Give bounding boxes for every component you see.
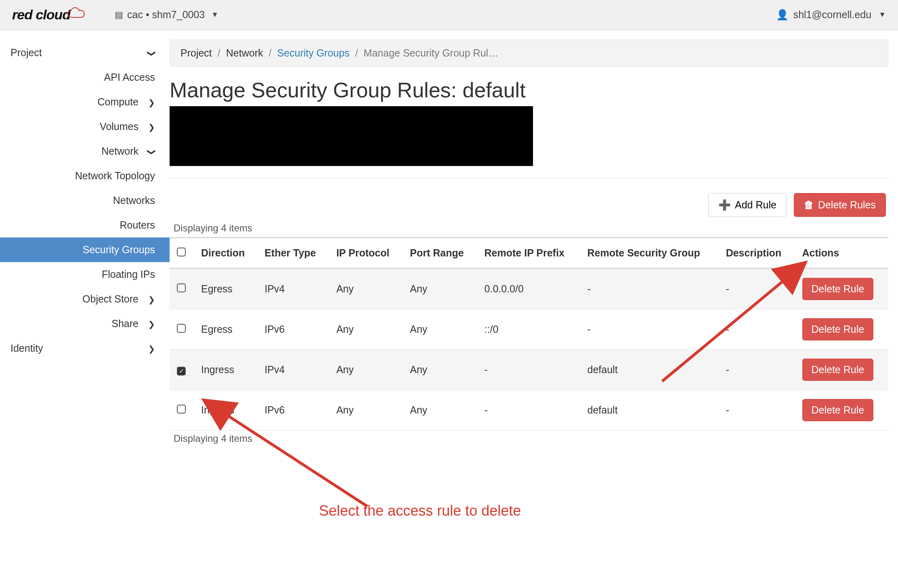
delete-rules-button[interactable]: 🗑 Delete Rules (794, 193, 886, 217)
sidebar-item-volumes[interactable]: Volumes (0, 114, 170, 139)
sidebar-group-identity[interactable]: Identity (0, 336, 170, 361)
cell-direction: Ingress (194, 390, 257, 430)
col-ip-protocol: IP Protocol (329, 238, 403, 269)
col-remote-ip-prefix: Remote IP Prefix (477, 238, 580, 269)
table-row: IngressIPv6AnyAny-default-Delete Rule (170, 390, 888, 430)
cell-desc: - (719, 350, 795, 390)
chevron-right-icon (148, 121, 155, 132)
cell-proto: Any (329, 269, 403, 309)
cell-rsg: - (580, 269, 719, 309)
breadcrumb-network[interactable]: Network (226, 47, 263, 59)
delete-rule-button[interactable]: Delete Rule (802, 278, 874, 300)
sidebar-label: Volumes (100, 121, 138, 132)
chevron-right-icon (148, 96, 155, 108)
user-menu[interactable]: 👤 shl1@cornell.edu ▼ (776, 9, 886, 21)
list-icon: ▤ (115, 10, 123, 20)
select-all-checkbox[interactable] (177, 248, 186, 256)
cell-port: Any (403, 350, 477, 390)
cell-direction: Egress (194, 309, 257, 350)
sidebar-item-routers[interactable]: Routers (0, 213, 170, 237)
caret-down-icon: ▼ (879, 10, 886, 19)
cell-ether: IPv4 (257, 269, 329, 309)
sidebar-label: API Access (104, 71, 155, 83)
cell-port: Any (403, 390, 477, 430)
sidebar-item-security-groups[interactable]: Security Groups (0, 237, 170, 262)
cell-rsg: default (580, 350, 719, 390)
main-content: Project / Network / Security Groups / Ma… (170, 30, 898, 588)
chevron-right-icon (148, 293, 155, 305)
cell-direction: Egress (194, 269, 257, 309)
logo-cloud: cloud (36, 7, 70, 22)
project-switcher[interactable]: ▤ cac • shm7_0003 ▼ (115, 9, 218, 21)
sidebar-item-network-topology[interactable]: Network Topology (0, 164, 170, 188)
row-checkbox[interactable] (177, 324, 186, 333)
row-checkbox[interactable] (177, 405, 186, 414)
table-row: EgressIPv6AnyAny::/0--Delete Rule (170, 309, 888, 350)
sidebar-label: Network Topology (75, 170, 155, 182)
cell-port: Any (403, 309, 477, 350)
sidebar-label: Object Store (82, 293, 138, 305)
col-ether-type: Ether Type (257, 238, 329, 269)
sidebar-label: Floating IPs (102, 269, 155, 280)
table-row: EgressIPv4AnyAny0.0.0.0/0--Delete Rule (170, 269, 888, 309)
divider (170, 178, 888, 178)
cell-desc: - (719, 269, 795, 309)
table-row: ✓IngressIPv4AnyAny-default-Delete Rule (170, 350, 888, 390)
sidebar-item-share[interactable]: Share (0, 311, 170, 336)
user-icon: 👤 (776, 9, 789, 21)
add-rule-button[interactable]: ➕ Add Rule (708, 193, 787, 217)
trash-icon: 🗑 (804, 199, 814, 211)
cell-prefix: 0.0.0.0/0 (477, 269, 580, 309)
logo-text: red cloud (12, 7, 70, 23)
sidebar-item-floating-ips[interactable]: Floating IPs (0, 262, 170, 287)
cell-prefix: - (477, 350, 580, 390)
chevron-right-icon (148, 318, 155, 330)
breadcrumb-current: Manage Security Group Rul… (364, 47, 498, 59)
cell-desc: - (719, 390, 795, 430)
delete-rule-button[interactable]: Delete Rule (802, 318, 874, 340)
cell-prefix: ::/0 (477, 309, 580, 350)
col-direction: Direction (194, 238, 257, 269)
breadcrumb-sep: / (269, 47, 271, 59)
project-switcher-label: cac • shm7_0003 (127, 9, 205, 21)
cell-ether: IPv6 (257, 390, 329, 430)
table-toolbar: ➕ Add Rule 🗑 Delete Rules (170, 193, 888, 217)
sidebar-label: Security Groups (83, 244, 155, 256)
breadcrumb-security-groups[interactable]: Security Groups (277, 47, 349, 59)
cell-desc: - (719, 309, 795, 350)
delete-rule-button[interactable]: Delete Rule (802, 359, 874, 381)
cell-ether: IPv4 (257, 350, 329, 390)
row-checkbox[interactable] (177, 284, 186, 292)
annotation-label: Select the access rule to delete (319, 502, 521, 519)
page-title: Manage Security Group Rules: default (170, 78, 888, 102)
col-actions: Actions (795, 238, 889, 269)
cell-prefix: - (477, 390, 580, 430)
sidebar-label: Project (10, 47, 42, 59)
delete-rule-button[interactable]: Delete Rule (802, 399, 874, 421)
sidebar-item-object-store[interactable]: Object Store (0, 287, 170, 311)
cell-port: Any (403, 269, 477, 309)
sidebar-label: Identity (10, 342, 43, 354)
cell-rsg: - (580, 309, 719, 350)
sidebar-group-project[interactable]: Project (0, 40, 170, 65)
logo-red: red (12, 7, 32, 22)
breadcrumb-project[interactable]: Project (180, 47, 212, 59)
sidebar-item-network[interactable]: Network (0, 139, 170, 164)
topbar: red cloud ▤ cac • shm7_0003 ▼ 👤 shl1@cor… (0, 0, 898, 30)
col-port-range: Port Range (403, 238, 477, 269)
sidebar-item-api-access[interactable]: API Access (0, 65, 170, 90)
logo: red cloud (12, 7, 90, 23)
sidebar-label: Network (101, 145, 138, 157)
row-checkbox[interactable]: ✓ (177, 367, 186, 376)
sidebar-item-compute[interactable]: Compute (0, 90, 170, 114)
plus-icon: ➕ (718, 199, 731, 211)
displaying-count-bottom: Displaying 4 items (174, 433, 888, 444)
sidebar-label: Share (111, 318, 138, 330)
cell-proto: Any (329, 350, 403, 390)
sidebar-item-networks[interactable]: Networks (0, 188, 170, 213)
cloud-icon (66, 7, 90, 21)
chevron-down-icon (148, 47, 155, 59)
add-rule-label: Add Rule (735, 199, 776, 211)
cell-direction: Ingress (194, 350, 257, 390)
user-label: shl1@cornell.edu (793, 9, 872, 21)
